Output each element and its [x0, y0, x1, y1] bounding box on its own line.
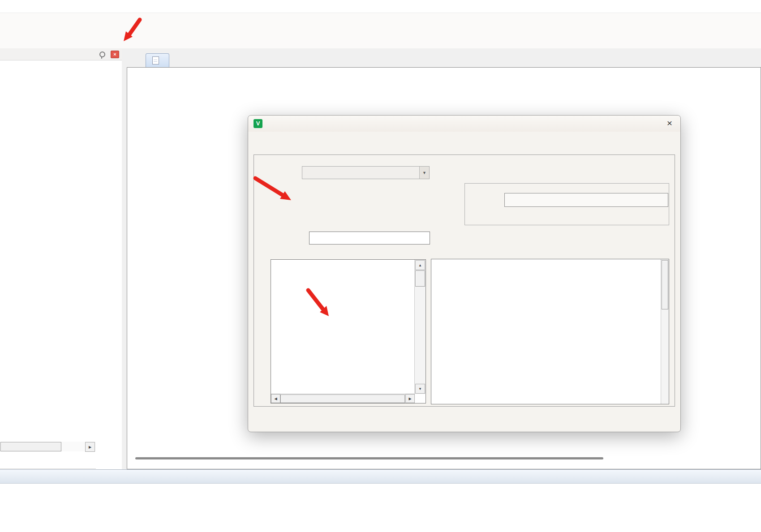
panel-bottom-tabs [0, 454, 96, 469]
pin-icon[interactable] [99, 51, 105, 57]
scrollbar-thumb[interactable] [280, 395, 405, 403]
project-panel-header: × [0, 48, 122, 60]
build-output-panel [0, 469, 761, 532]
scroll-right-icon[interactable]: ▶ [85, 442, 95, 452]
search-input[interactable] [309, 232, 430, 245]
build-output-text [0, 484, 761, 486]
project-horizontal-scrollbar[interactable]: ▶ [0, 442, 96, 451]
device-tab-page: ▼ ▲ ▼ [254, 154, 675, 407]
toolbar-build [0, 30, 761, 49]
description-scrollbar[interactable] [661, 259, 669, 404]
close-icon[interactable]: × [664, 118, 675, 129]
device-description [431, 259, 669, 404]
scroll-down-icon[interactable]: ▼ [415, 384, 425, 394]
scroll-up-icon[interactable]: ▲ [415, 260, 425, 270]
scrollbar-thumb[interactable] [0, 442, 61, 451]
scrollbar-thumb[interactable] [415, 270, 425, 287]
pack-field [504, 193, 668, 207]
file-icon [152, 56, 159, 64]
device-list[interactable]: ▲ ▼ ◀ ▶ [271, 259, 426, 403]
dialog-title-bar[interactable]: V × [248, 116, 680, 132]
scrollbar-thumb[interactable] [662, 260, 668, 309]
scroll-right-icon[interactable]: ▶ [405, 394, 415, 403]
scroll-left-icon[interactable]: ◀ [271, 394, 280, 403]
device-list-horizontal-scrollbar[interactable]: ◀ ▶ [271, 394, 415, 403]
options-for-target-dialog: V × ▼ [248, 115, 681, 432]
software-packs-combo[interactable]: ▼ [302, 166, 430, 179]
device-list-vertical-scrollbar[interactable]: ▲ ▼ [414, 260, 426, 394]
project-panel: × ▶ [0, 48, 122, 469]
chevron-down-icon: ▼ [419, 167, 429, 179]
uvision-icon: V [254, 119, 262, 128]
document-tab-bar [127, 48, 761, 67]
build-output-header [0, 470, 761, 484]
editor-horizontal-scrollbar[interactable] [135, 457, 603, 459]
tab-main-c[interactable] [146, 53, 169, 67]
toolbar-file [0, 13, 761, 30]
software-pack-group [464, 183, 669, 225]
menu-bar [0, 0, 761, 13]
keil-uvision-window: × ▶ V × [0, 0, 761, 532]
close-panel-icon[interactable]: × [111, 51, 119, 58]
